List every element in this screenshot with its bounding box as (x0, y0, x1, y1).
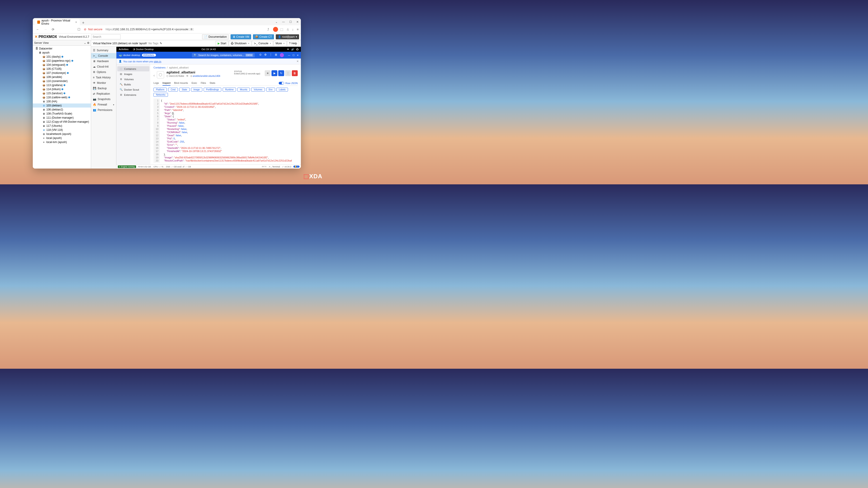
subnav-permissions[interactable]: 👥Permissions (91, 107, 116, 113)
chip-env[interactable]: Env (266, 88, 275, 92)
tree-item[interactable]: ≡ local (ayush) (33, 136, 91, 140)
tree-item[interactable]: 🖥 103 (debian) (33, 103, 91, 107)
engine-status[interactable]: Engine running (118, 165, 136, 168)
tree-item[interactable]: 📦 116 (calibre-web) (33, 95, 91, 99)
console-button[interactable]: ≻_ Console (252, 41, 273, 46)
tab-logs[interactable]: Logs (153, 80, 159, 86)
subnav-firewall[interactable]: 🔥Firewall▸ (91, 102, 116, 107)
back-button[interactable]: ← (35, 28, 40, 31)
search-input[interactable]: Search (91, 34, 121, 39)
create-vm-button[interactable]: 🖥 Create VM (230, 34, 251, 39)
tree-view-selector[interactable]: Server View⌄ ⚙ (33, 40, 91, 46)
forward-button[interactable]: → (43, 28, 48, 31)
share-icon[interactable]: ⤴ (266, 28, 271, 31)
subnav-summary[interactable]: ☰Summary (91, 48, 116, 53)
tab-files[interactable]: Files (201, 80, 206, 86)
user-menu-button[interactable]: 👤 root@pam ▾ (276, 34, 299, 39)
settings-icon[interactable]: ⚙ (264, 53, 267, 57)
chip-platform[interactable]: Platform (153, 88, 167, 92)
close-window-icon[interactable]: ✕ (296, 20, 299, 24)
restart-button[interactable]: ↻ (278, 70, 284, 76)
chip-state[interactable]: State (179, 88, 189, 92)
copy-icon[interactable]: ⧉ (186, 74, 188, 77)
tree-item[interactable]: 🖥 117 (Ubuntu) (33, 124, 91, 128)
tree-item[interactable]: 🖥 118 (VM 118) (33, 128, 91, 132)
chevron-down-icon[interactable]: ⌄ (275, 20, 278, 24)
avatar-icon[interactable] (280, 53, 284, 57)
shutdown-button[interactable]: ⏻ Shutdown (229, 41, 251, 46)
clock[interactable]: Oct 19 14:43 (202, 48, 216, 51)
tree-item[interactable]: 📦 102 (paperless-ngx) (33, 59, 91, 63)
subnav-task-history[interactable]: ≡Task History (91, 75, 116, 80)
edit-tags-icon[interactable]: ✎ (160, 42, 162, 45)
browser-tab[interactable]: ayush - Proxmox Virtual Enviro × (35, 19, 80, 25)
tree-node[interactable]: 🖥 ayush (33, 51, 91, 55)
rewards-icon[interactable]: ♫ (286, 28, 289, 31)
delete-button[interactable]: 🗑 (292, 70, 298, 76)
bookmark-button[interactable]: ☐ (76, 28, 82, 31)
subnav-console[interactable]: ≻_Console (91, 53, 116, 59)
tree-item[interactable]: 🖥 111 (Docker-manager) (33, 116, 91, 120)
maximize-icon[interactable]: ☐ (289, 20, 292, 24)
chip-image[interactable]: Image (191, 88, 202, 92)
docker-search-input[interactable]: 🔍 Search for images, containers, volumes… (192, 53, 255, 57)
sidebar-volumes[interactable]: ≣Volumes (117, 76, 149, 82)
tree-item[interactable]: 📦 101 (dashy) (33, 55, 91, 59)
tab-inspect[interactable]: Inspect (162, 80, 170, 86)
tree-item[interactable]: 📦 105 (CT105) (33, 67, 91, 71)
troubleshoot-icon[interactable]: ⊙ (259, 53, 261, 57)
menu-icon[interactable]: ≡ (297, 28, 299, 31)
activities-button[interactable]: Activities (119, 48, 128, 51)
tree-item[interactable]: 🖥 100 (HA) (33, 99, 91, 103)
ellipsis-button[interactable]: ⋮ (285, 70, 291, 76)
tree-item[interactable]: 🖥 112 (Copy-of-VM-Docker-manager) (33, 120, 91, 124)
signin-link[interactable]: sign in (154, 60, 161, 63)
extension-icon[interactable]: ⬚ (280, 28, 283, 31)
tree-item[interactable]: 📦 114 (trilium) (33, 87, 91, 91)
tree-item[interactable]: 🖥 108 (TrueNAS-Scale) (33, 111, 91, 116)
sidebar-docker-scout[interactable]: 🔍Docker Scout (117, 87, 149, 92)
win-maximize-icon[interactable]: ☐ (292, 54, 294, 57)
subnav-monitor[interactable]: 👁Monitor (91, 80, 116, 86)
more-button[interactable]: More (274, 41, 286, 46)
create-ct-button[interactable]: 📦 Create CT (253, 34, 274, 39)
start-button[interactable]: ▶Start (216, 41, 228, 46)
tab-close-icon[interactable]: × (75, 20, 77, 24)
help-button[interactable]: ? Help (287, 41, 299, 46)
subnav-backup[interactable]: 💾Backup (91, 86, 116, 91)
tree-item[interactable]: 📦 110 (zoneminder) (33, 79, 91, 83)
stop-button[interactable]: ■ (265, 70, 271, 76)
tree-item[interactable]: 📦 113 (grafana) (33, 83, 91, 87)
chip-mounts[interactable]: Mounts (237, 88, 250, 92)
tab-exec[interactable]: Exec (191, 80, 197, 86)
active-app[interactable]: ◔ Docker Desktop (133, 48, 153, 51)
chip-cmd[interactable]: Cmd (168, 88, 178, 92)
terminal-button[interactable]: ≻_ Terminal (269, 166, 280, 168)
tree-item[interactable]: 📦 115 (tandoor) (33, 91, 91, 95)
breadcrumb-root[interactable]: Containers (153, 66, 165, 69)
subnav-snapshots[interactable]: 📷Snapshots (91, 96, 116, 102)
image-link[interactable]: ⊙ ansible/ansible:ubuntu1404 (190, 75, 220, 77)
start-button[interactable]: ▶ (272, 70, 277, 76)
tree-item[interactable]: 📦 104 (wireguard) (33, 63, 91, 67)
banner-close-icon[interactable]: ✕ (297, 60, 299, 63)
chip-runtime[interactable]: Runtime (223, 88, 236, 92)
sidebar-containers[interactable]: ⬚Containers (117, 66, 149, 71)
tree-item[interactable]: ≡ local-lvm (ayush) (33, 140, 91, 144)
chip-volumes[interactable]: Volumes (251, 88, 265, 92)
raw-json-toggle[interactable]: Raw JSON (279, 80, 298, 86)
tree-datacenter[interactable]: 🗄 Datacenter (33, 46, 91, 51)
download-icon[interactable]: ↓ (292, 28, 293, 31)
tree-item[interactable]: 🖥 106 (debian2) (33, 107, 91, 111)
chip-labels[interactable]: Labels (276, 88, 288, 92)
minimize-icon[interactable]: — (282, 20, 285, 24)
win-close-icon[interactable]: ✕ (297, 54, 299, 57)
new-tab-button[interactable]: + (80, 21, 87, 25)
chip-portbindings[interactable]: PortBindings (204, 88, 221, 92)
tree-item[interactable]: ⊞ localnetwork (ayush) (33, 132, 91, 136)
tab-bind-mounts[interactable]: Bind mounts (174, 80, 188, 86)
subnav-hardware[interactable]: 🖥Hardware (91, 59, 116, 64)
documentation-button[interactable]: 📄 Documentation (202, 34, 229, 39)
apps-icon[interactable]: ⊞ (275, 53, 277, 57)
json-viewer[interactable]: 1234567891011121314151617181920 { "Id": … (153, 98, 298, 163)
